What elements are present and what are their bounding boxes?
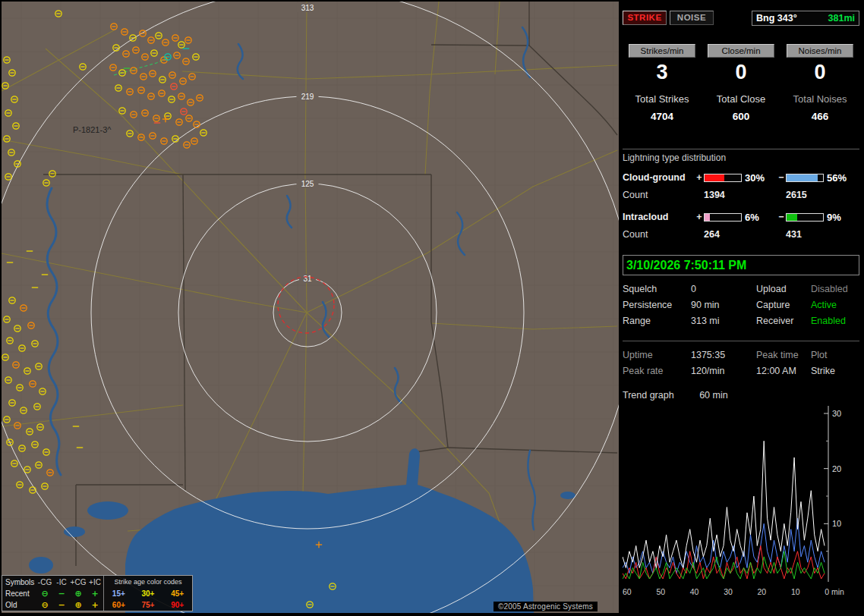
- neg-cg-icon: ⊖: [36, 589, 53, 599]
- peak-time-value: 12:00 AM: [756, 366, 811, 376]
- range-ring-label: 219: [301, 93, 314, 101]
- plot-label: Plot: [811, 350, 859, 360]
- strike-button[interactable]: STRIKE: [623, 11, 667, 25]
- legend-age-title: Strike age color codes: [103, 576, 192, 588]
- age-code: 30+: [142, 589, 155, 598]
- total-close-label: Total Close: [702, 93, 780, 105]
- storm-cell-label: P-1821-3^: [73, 125, 112, 134]
- uptime-value: 1375:35: [691, 350, 756, 360]
- distribution-section: Lightning type distribution Cloud-ground…: [623, 149, 859, 242]
- lake: [29, 557, 53, 574]
- total-noises-value: 466: [780, 111, 859, 122]
- noise-button[interactable]: NOISE: [670, 11, 714, 25]
- total-close-value: 600: [702, 111, 780, 122]
- age-code: 75+: [142, 601, 155, 609]
- bearing-range: 381mi: [828, 13, 855, 24]
- divider: [623, 341, 859, 341]
- map-canvas[interactable]: 31125219313 P-1821-3^: [2, 2, 619, 613]
- range-ring-label: 125: [301, 180, 314, 188]
- intracloud-counts: Count 264 431: [623, 227, 859, 242]
- positive-percent: 30%: [742, 172, 777, 184]
- peak-time-label: Peak time: [756, 350, 811, 360]
- negative-percent: 56%: [824, 172, 859, 184]
- trend-graph-label: Trend graph 60 min: [623, 390, 728, 401]
- trend-x-tick-label: 50: [656, 587, 665, 596]
- range-ring-label: 313: [301, 4, 314, 12]
- range-ring-label: 31: [303, 275, 312, 283]
- close-column: Close/min 0 Total Close 600: [702, 44, 780, 122]
- trend-x-tick-label: 10: [791, 587, 800, 596]
- strikes-per-min-button[interactable]: Strikes/min: [629, 44, 695, 58]
- trend-x-tick-label: 30: [724, 587, 733, 596]
- intracloud-row: Intracloud + 6% − 9%: [623, 209, 859, 225]
- count-label: Count: [623, 229, 704, 240]
- side-panel: STRIKE NOISE Bng 343° 381mi Strikes/min …: [621, 2, 862, 614]
- status-value: 313 mi: [691, 316, 756, 326]
- age-code: 45+: [171, 589, 184, 598]
- uptime-grid: Uptime 1375:35 Peak time Plot Peak rate …: [623, 350, 859, 376]
- trend-y-tick-label: 20: [832, 464, 841, 473]
- noises-per-min-value: 0: [780, 61, 859, 84]
- trend-x-axis: 6050403020100 min: [623, 587, 844, 596]
- trend-x-tick-label: 40: [690, 587, 699, 596]
- negative-count: 2615: [786, 190, 859, 200]
- bearing-value: Bng 343°: [756, 13, 797, 24]
- status-label: Persistence: [623, 300, 691, 310]
- lake: [64, 526, 85, 537]
- legend-row-recent: Recent ⊖ − ⊕ + 15+ 30+ 45+: [2, 588, 192, 599]
- trend-series-noise: [623, 552, 825, 579]
- copyright: ©2005 Astrogenic Systems: [493, 602, 598, 611]
- pos-ic-icon: +: [87, 589, 103, 599]
- total-strikes-label: Total Strikes: [623, 93, 702, 105]
- total-noises-label: Total Noises: [780, 93, 859, 105]
- positive-bar: [704, 174, 742, 182]
- plot-value: Strike: [811, 366, 859, 376]
- lake: [87, 501, 128, 520]
- status-value: Active: [811, 300, 859, 310]
- positive-count: 264: [704, 229, 786, 240]
- close-per-min-button[interactable]: Close/min: [708, 44, 774, 58]
- bearing-display: Bng 343° 381mi: [752, 11, 859, 26]
- neg-ic-icon: −: [53, 600, 70, 610]
- negative-percent: 9%: [824, 212, 859, 223]
- count-label: Count: [623, 190, 704, 200]
- cloud-ground-row: Cloud-ground + 30% − 56%: [623, 169, 859, 186]
- trend-x-tick-label: 60: [623, 587, 632, 596]
- strikes-per-min-value: 3: [623, 61, 702, 84]
- age-code: 15+: [112, 589, 125, 598]
- noises-per-min-button[interactable]: Noises/min: [787, 44, 853, 58]
- distribution-title: Lightning type distribution: [623, 149, 859, 163]
- uptime-label: Uptime: [623, 350, 691, 360]
- trend-x-tick-label: 0 min: [825, 587, 844, 596]
- strikes-column: Strikes/min 3 Total Strikes 4704: [623, 44, 702, 122]
- status-label: Squelch: [623, 284, 691, 294]
- negative-count: 431: [786, 229, 859, 240]
- legend-col-pos-cg: +CG: [70, 578, 87, 586]
- noises-column: Noises/min 0 Total Noises 466: [780, 44, 859, 122]
- neg-cg-icon: ⊖: [36, 600, 53, 610]
- legend-col-neg-cg: -CG: [36, 578, 53, 586]
- status-label: Range: [623, 316, 691, 326]
- plus-sign: +: [695, 172, 704, 183]
- datetime-display: 3/10/2026 7:50:11 PM: [623, 255, 859, 275]
- total-strikes-value: 4704: [623, 111, 702, 122]
- status-grid: Squelch 0 Upload Disabled Persistence 90…: [623, 284, 859, 326]
- neg-ic-icon: −: [53, 589, 70, 599]
- trend-graph: 102030: [623, 404, 850, 584]
- peak-rate-value: 120/min: [691, 366, 756, 376]
- age-code: 60+: [112, 601, 125, 609]
- trend-window: 60 min: [699, 390, 728, 401]
- trend-x-tick-label: 20: [758, 587, 767, 596]
- legend-col-neg-ic: -IC: [53, 578, 70, 586]
- pos-cg-icon: ⊕: [70, 600, 87, 610]
- negative-bar: [786, 174, 824, 182]
- map-legend: Symbols -CG -IC +CG +IC Strike age color…: [2, 575, 193, 611]
- pos-ic-icon: +: [87, 600, 103, 610]
- positive-count: 1394: [704, 190, 786, 200]
- positive-percent: 6%: [742, 212, 777, 223]
- toolbar: STRIKE NOISE Bng 343° 381mi: [623, 11, 859, 27]
- map-view[interactable]: 31125219313 P-1821-3^ Symbols -CG -IC +C…: [2, 2, 619, 613]
- legend-col-pos-ic: +IC: [87, 578, 103, 586]
- trend-y-tick-label: 30: [832, 409, 841, 418]
- trend-y-tick-label: 10: [832, 519, 841, 528]
